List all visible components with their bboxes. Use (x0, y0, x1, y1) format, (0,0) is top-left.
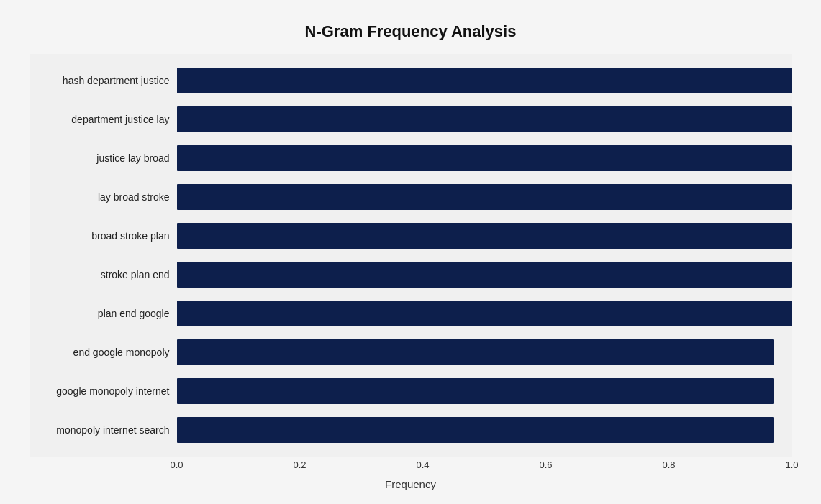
x-tick: 0.8 (662, 459, 675, 470)
x-tick: 0.6 (539, 459, 552, 470)
bar-wrapper (177, 262, 792, 288)
bar-row: monopoly internet search (30, 413, 792, 447)
bar (177, 262, 792, 288)
bar (177, 339, 774, 365)
bar-label: broad stroke plan (30, 230, 177, 242)
bar-label: department justice lay (30, 114, 177, 125)
bar-row: hash department justice (30, 63, 792, 98)
bar-row: stroke plan end (30, 257, 792, 292)
x-tick: 0.2 (293, 459, 306, 470)
x-tick: 0.0 (170, 459, 183, 470)
x-axis-label: Frequency (30, 478, 792, 490)
chart-container: N-Gram Frequency Analysis hash departmen… (15, 8, 807, 497)
bar (177, 417, 774, 443)
bar-label: end google monopoly (30, 347, 177, 358)
bar-wrapper (177, 223, 792, 249)
bar-wrapper (177, 378, 792, 404)
bar-label: lay broad stroke (30, 191, 177, 203)
bar-row: broad stroke plan (30, 219, 792, 253)
bar-label: plan end google (30, 308, 177, 319)
x-axis-ticks: 0.00.20.40.60.81.0 (177, 459, 792, 474)
bar-wrapper (177, 301, 792, 326)
bar (177, 106, 792, 132)
bar-row: department justice lay (30, 102, 792, 137)
bar-label: monopoly internet search (30, 424, 177, 436)
bar-row: lay broad stroke (30, 180, 792, 214)
bar (177, 301, 792, 326)
bar (177, 184, 792, 210)
bar-label: hash department justice (30, 75, 177, 86)
chart-area: hash department justicedepartment justic… (30, 54, 792, 457)
bar-wrapper (177, 68, 792, 93)
bar (177, 145, 792, 171)
x-axis-area: 0.00.20.40.60.81.0 Frequency (30, 459, 792, 490)
bar-row: plan end google (30, 296, 792, 331)
bar-label: justice lay broad (30, 152, 177, 164)
bar-row: justice lay broad (30, 141, 792, 175)
bar-row: google monopoly internet (30, 374, 792, 408)
bar-label: google monopoly internet (30, 385, 177, 397)
bar-wrapper (177, 339, 792, 365)
bar-wrapper (177, 417, 792, 443)
bar-row: end google monopoly (30, 335, 792, 370)
bar-wrapper (177, 184, 792, 210)
bar-label: stroke plan end (30, 269, 177, 280)
bar (177, 223, 792, 249)
x-tick: 0.4 (416, 459, 429, 470)
bar-wrapper (177, 145, 792, 171)
chart-title: N-Gram Frequency Analysis (30, 22, 792, 41)
bar-wrapper (177, 106, 792, 132)
x-tick: 1.0 (785, 459, 798, 470)
bar (177, 378, 774, 404)
bar (177, 68, 792, 93)
